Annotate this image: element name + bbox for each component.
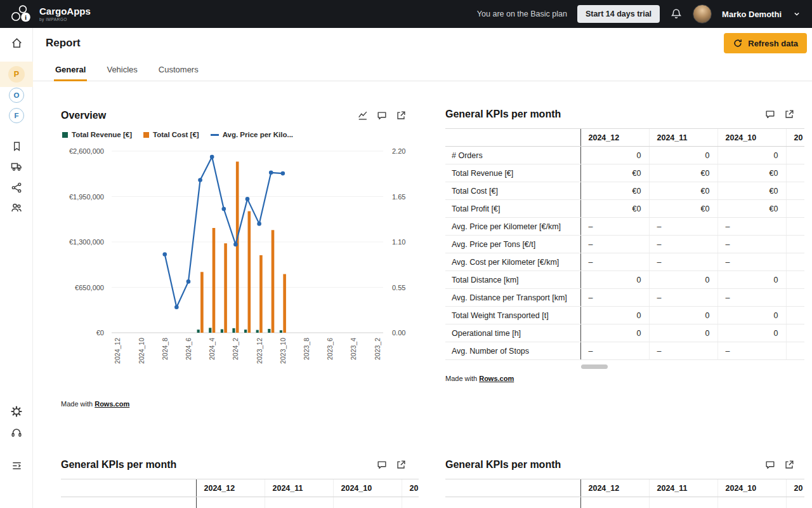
chevron-down-icon[interactable] (792, 9, 802, 19)
project-avatar-f: F (9, 108, 24, 123)
table-cell: €0 (717, 164, 786, 182)
table-cell (265, 497, 333, 508)
kpi-table: 2024_122024_112024_1020 (61, 479, 419, 508)
svg-text:€1,950,000: €1,950,000 (69, 193, 104, 201)
made-with-rows: Made with Rows.com (445, 375, 804, 382)
column-header (61, 479, 196, 497)
bookmark-icon (11, 140, 23, 152)
table-cell (402, 497, 419, 508)
table-cell (717, 497, 786, 508)
sidebar-project-p[interactable]: P (0, 62, 33, 87)
overview-chart: €0€650,000€1,300,000€1,950,000€2,600,000… (61, 142, 409, 368)
truck-icon (10, 160, 23, 173)
comment-icon[interactable] (376, 109, 388, 122)
bell-icon[interactable] (670, 8, 683, 20)
row-label: Total Profit [€] (445, 200, 580, 218)
report-tabs: General Vehicles Customers (33, 58, 812, 81)
table-cell: – (717, 236, 786, 253)
column-header: 20 (402, 479, 419, 497)
kpi-table: 2024_122024_112024_1020# Orders000 Total… (445, 128, 804, 360)
table-row: Avg. Price per Tons [€/t]––– (445, 236, 804, 253)
svg-text:i: i (25, 13, 27, 21)
row-label: Avg. Distance per Transport [km] (445, 289, 580, 307)
table-cell: – (580, 218, 649, 236)
horizontal-scrollbar-thumb[interactable] (581, 364, 608, 369)
overview-title: Overview (61, 110, 106, 121)
refresh-data-button[interactable]: Refresh data (724, 33, 807, 53)
sidebar-network-button[interactable] (0, 181, 33, 194)
users-icon (10, 201, 23, 214)
brand-name: CargoApps (39, 6, 91, 17)
external-link-icon[interactable] (395, 458, 407, 471)
row-label: Avg. Cost per Kilometer [€/km] (445, 253, 580, 271)
svg-text:2023_4: 2023_4 (350, 338, 357, 360)
svg-text:€650,000: €650,000 (75, 284, 104, 291)
rows-com-link[interactable]: Rows.com (95, 400, 129, 408)
column-header (445, 479, 580, 497)
svg-text:2023_2: 2023_2 (374, 338, 381, 360)
sidebar-settings-button[interactable] (0, 405, 33, 418)
rows-com-link[interactable]: Rows.com (479, 375, 514, 382)
user-avatar[interactable] (693, 4, 712, 23)
sidebar-team-button[interactable] (0, 201, 33, 214)
table-cell (445, 497, 580, 508)
svg-text:1.65: 1.65 (392, 193, 405, 201)
table-cell (786, 497, 804, 508)
table-cell: – (580, 342, 649, 360)
comment-icon[interactable] (764, 458, 776, 471)
row-label: Total Cost [€] (445, 182, 580, 200)
table-cell: 0 (649, 271, 717, 289)
external-link-icon[interactable] (395, 109, 407, 122)
table-cell: €0 (580, 182, 649, 200)
chart-legend: Total Revenue [€]Total Cost [€]Avg. Pric… (62, 131, 419, 138)
svg-text:1.10: 1.10 (392, 238, 405, 246)
table-cell (786, 253, 804, 271)
column-header: 2024_11 (649, 479, 717, 497)
table-cell (786, 218, 804, 236)
kpi-table-container: 2024_122024_112024_1020# Orders000 Total… (445, 128, 804, 360)
legend-marker-icon (211, 134, 219, 136)
comment-icon[interactable] (764, 108, 776, 121)
start-trial-button[interactable]: Start 14 days trial (577, 5, 660, 23)
tab-vehicles[interactable]: Vehicles (105, 58, 138, 81)
svg-text:€0: €0 (96, 329, 104, 337)
svg-text:2023_8: 2023_8 (303, 338, 310, 360)
table-cell: €0 (580, 164, 649, 182)
page-title: Report (46, 37, 81, 50)
line-chart-icon[interactable] (357, 109, 369, 122)
kpi-title: General KPIs per month (445, 109, 561, 120)
table-cell: – (580, 289, 649, 307)
table-row: Total Weight Transported [t]000 (445, 307, 804, 324)
table-cell: – (717, 289, 786, 307)
headset-icon (10, 426, 23, 439)
column-header: 20 (786, 479, 804, 497)
sidebar-home-button[interactable] (0, 36, 33, 50)
sidebar: P O F (0, 28, 33, 508)
svg-text:2024_2: 2024_2 (232, 338, 239, 360)
svg-text:2024_8: 2024_8 (161, 338, 169, 360)
sidebar-fleet-button[interactable] (0, 160, 33, 173)
sidebar-support-button[interactable] (0, 426, 33, 439)
brand-logo[interactable]: i CargoApps by IMPARGO (10, 4, 91, 24)
comment-icon[interactable] (376, 458, 388, 471)
sidebar-project-f[interactable]: F (0, 105, 33, 126)
user-name[interactable]: Marko Demothi (722, 10, 782, 19)
table-cell (786, 271, 804, 289)
table-row: Avg. Cost per Kilometer [€/km]––– (445, 253, 804, 271)
column-header: 20 (786, 129, 804, 147)
tab-general[interactable]: General (54, 58, 87, 81)
sidebar-collapse-button[interactable] (0, 459, 33, 472)
table-row: Operational time [h]000 (445, 324, 804, 342)
sidebar-project-o[interactable]: O (0, 85, 33, 105)
table-cell (786, 182, 804, 200)
table-cell (786, 147, 804, 164)
tab-customers[interactable]: Customers (157, 58, 200, 81)
table-row (61, 497, 419, 508)
row-label: Operational time [h] (445, 324, 580, 342)
external-link-icon[interactable] (783, 458, 796, 471)
table-cell: 0 (717, 271, 786, 289)
external-link-icon[interactable] (783, 108, 796, 121)
svg-text:2023_6: 2023_6 (326, 338, 334, 360)
table-cell: €0 (649, 182, 717, 200)
sidebar-bookmarks-button[interactable] (0, 140, 33, 152)
